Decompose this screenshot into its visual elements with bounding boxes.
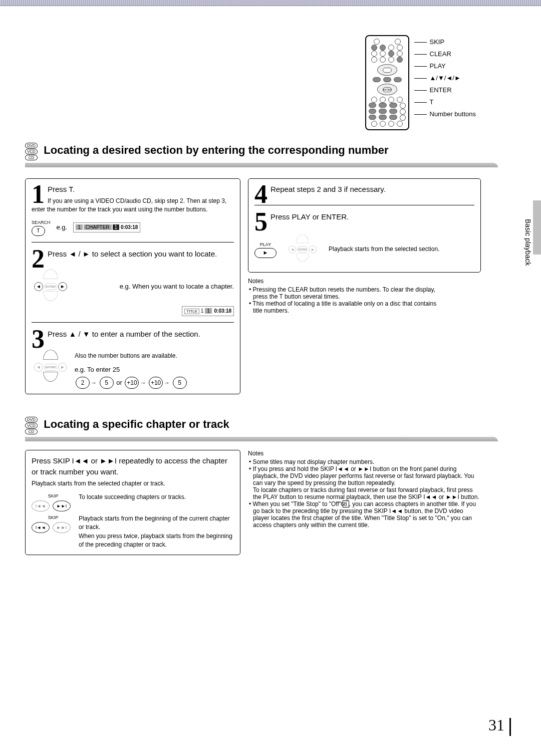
step-3-title: Press ▲ / ▼ to enter a number of the sec…	[32, 329, 234, 340]
skip-fwd-text: To locate succeeding chapters or tracks.	[79, 493, 234, 513]
step-5-sub: Playback starts from the selected sectio…	[329, 245, 439, 254]
skip-sub: Playback starts from the selected chapte…	[32, 479, 234, 488]
step-3-eg: e.g. To enter 25	[75, 365, 234, 375]
t-button: T	[32, 226, 45, 236]
label-play: PLAY	[414, 62, 476, 70]
dpad-icon-2: ◄ENTER►	[32, 350, 70, 385]
label-arrows: ▲/▼/◄/►	[414, 74, 476, 82]
heading-2-title: Locating a specific chapter or track	[44, 418, 229, 430]
play-button: ►	[254, 248, 277, 258]
step-5-num: 5	[254, 211, 267, 232]
skip-title: Press SKIP I◄◄ or ►►I repeatedly to acce…	[32, 455, 234, 477]
section-heading-1: DVDVCDCD Locating a desired section by e…	[25, 140, 498, 163]
steps-box-right: 4 Repeat steps 2 and 3 if necessary. 5 P…	[248, 178, 481, 273]
notes-1: Notes Pressing the CLEAR button resets t…	[248, 278, 447, 314]
dpad-icon-3: ◄ENTER►	[287, 234, 319, 264]
step-3-num: 3	[32, 329, 45, 350]
remote-diagram: ENTER SKIP CLEAR PLAY ▲/▼/◄/► ENTER T Nu…	[25, 35, 476, 130]
skip-rev-text: Playback starts from the beginning of th…	[79, 515, 234, 550]
disc-icons-2: DVDVCDCD	[25, 417, 38, 434]
step-2-title: Press ◄ / ► to select a section you want…	[32, 248, 234, 260]
step-4-title: Repeat steps 2 and 3 if necessary.	[254, 184, 474, 195]
step-1-sub: If you are using a VIDEO CD/audio CD, sk…	[32, 197, 234, 214]
label-skip: SKIP	[414, 38, 476, 46]
dpad-icon: ◄ENTER►	[32, 269, 70, 304]
step-5-title: Press PLAY or ENTER.	[254, 211, 474, 222]
page-ref: 68	[343, 500, 349, 508]
notes-2: Notes Some titles may not display chapte…	[248, 450, 481, 529]
remote-graphic: ENTER	[365, 35, 409, 130]
label-clear: CLEAR	[414, 50, 476, 58]
label-enter: ENTER	[414, 86, 476, 94]
remote-labels: SKIP CLEAR PLAY ▲/▼/◄/► ENTER T Number b…	[414, 35, 476, 118]
skip-box: Press SKIP I◄◄ or ►►I repeatedly to acce…	[25, 450, 240, 555]
step-1-title: Press T.	[32, 184, 234, 195]
side-tab: Basic playback	[517, 200, 532, 281]
section-heading-2: DVDVCDCD Locating a specific chapter or …	[25, 414, 498, 437]
page-number: 31	[488, 716, 511, 736]
step-2-num: 2	[32, 248, 45, 270]
step-4-num: 4	[254, 184, 267, 205]
step-1-num: 1	[32, 184, 45, 205]
disc-icons: DVDVCDCD	[25, 143, 38, 160]
step-3-sub: Also the number buttons are available.	[75, 352, 234, 360]
osd-display-1: 1CHAPTER1 0:03:18	[73, 222, 140, 233]
label-number: Number buttons	[414, 110, 476, 118]
label-t: T	[414, 98, 476, 106]
skip-rev-icon: I◄◄	[32, 522, 50, 533]
heading-1-title: Locating a desired section by entering t…	[44, 144, 388, 156]
skip-fwd-icon: ►►I	[53, 500, 71, 512]
osd-display-2: TITLE 1 1 0:03:18	[182, 306, 234, 317]
steps-box-left: 1 Press T. If you are using a VIDEO CD/a…	[25, 178, 240, 394]
